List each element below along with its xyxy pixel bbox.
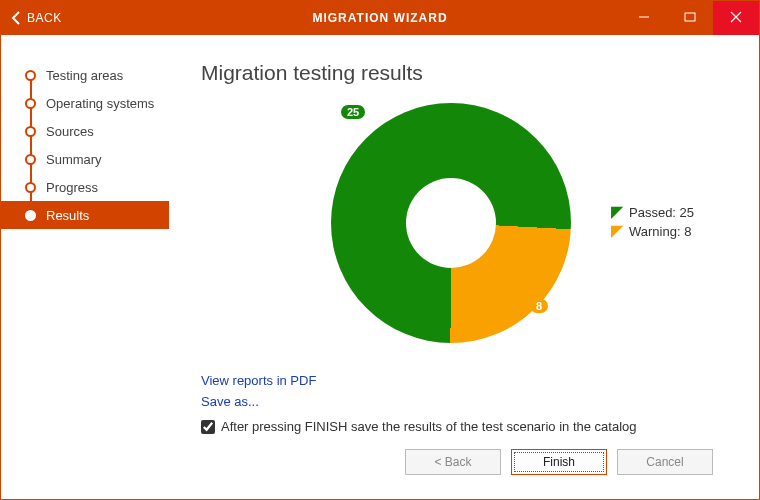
back-button[interactable]: BACK — [1, 11, 62, 25]
step-results[interactable]: Results — [1, 201, 169, 229]
step-label: Operating systems — [46, 96, 154, 111]
step-label: Results — [46, 208, 89, 223]
back-nav-button: < Back — [405, 449, 501, 475]
maximize-button[interactable] — [667, 1, 713, 35]
legend-passed: ◤ Passed: 25 — [611, 204, 694, 220]
cancel-button: Cancel — [617, 449, 713, 475]
step-dot-icon — [25, 210, 36, 221]
close-button[interactable] — [713, 1, 759, 35]
minimize-button[interactable] — [621, 1, 667, 35]
step-sources[interactable]: Sources — [13, 117, 169, 145]
body: Testing areas Operating systems Sources … — [1, 35, 759, 499]
close-icon — [730, 11, 742, 23]
links-section: View reports in PDF Save as... After pre… — [201, 373, 735, 434]
step-dot-icon — [25, 154, 36, 165]
step-dot-icon — [25, 70, 36, 81]
main-panel: Migration testing results 25 8 ◤ Passed:… — [169, 35, 759, 499]
legend-warning-label: Warning: 8 — [629, 224, 691, 239]
finish-button[interactable]: Finish — [511, 449, 607, 475]
step-testing-areas[interactable]: Testing areas — [13, 61, 169, 89]
step-label: Testing areas — [46, 68, 123, 83]
step-dot-icon — [25, 182, 36, 193]
titlebar: BACK MIGRATION WIZARD — [1, 1, 759, 35]
legend-swatch-passed-icon: ◤ — [611, 204, 623, 220]
legend-swatch-warning-icon: ◤ — [611, 223, 623, 239]
save-as-link[interactable]: Save as... — [201, 394, 259, 409]
legend-passed-label: Passed: 25 — [629, 205, 694, 220]
data-label-warning: 8 — [530, 299, 548, 313]
step-dot-icon — [25, 98, 36, 109]
donut-chart: 25 8 — [331, 103, 571, 343]
page-title: Migration testing results — [201, 61, 735, 85]
window-controls — [621, 1, 759, 35]
svg-rect-1 — [685, 13, 695, 21]
minimize-icon — [638, 11, 650, 23]
step-progress[interactable]: Progress — [13, 173, 169, 201]
data-label-passed: 25 — [341, 105, 365, 119]
back-label: BACK — [27, 11, 62, 25]
legend-warning: ◤ Warning: 8 — [611, 223, 694, 239]
save-catalog-label: After pressing FINISH save the results o… — [221, 419, 636, 434]
chart-legend: ◤ Passed: 25 ◤ Warning: 8 — [611, 204, 694, 242]
chevron-left-icon — [11, 11, 21, 25]
view-reports-link[interactable]: View reports in PDF — [201, 373, 316, 388]
step-label: Progress — [46, 180, 98, 195]
step-label: Sources — [46, 124, 94, 139]
donut-hole — [406, 178, 496, 268]
step-dot-icon — [25, 126, 36, 137]
step-summary[interactable]: Summary — [13, 145, 169, 173]
save-catalog-checkbox[interactable] — [201, 420, 215, 434]
footer: < Back Finish Cancel — [201, 434, 735, 490]
step-label: Summary — [46, 152, 102, 167]
step-operating-systems[interactable]: Operating systems — [13, 89, 169, 117]
wizard-window: BACK MIGRATION WIZARD Testing areas Oper… — [0, 0, 760, 500]
chart-area: 25 8 ◤ Passed: 25 ◤ Warning: 8 — [331, 103, 735, 343]
save-catalog-checkbox-row[interactable]: After pressing FINISH save the results o… — [201, 419, 735, 434]
maximize-icon — [684, 11, 696, 23]
wizard-steps: Testing areas Operating systems Sources … — [13, 61, 169, 229]
sidebar: Testing areas Operating systems Sources … — [1, 35, 169, 499]
